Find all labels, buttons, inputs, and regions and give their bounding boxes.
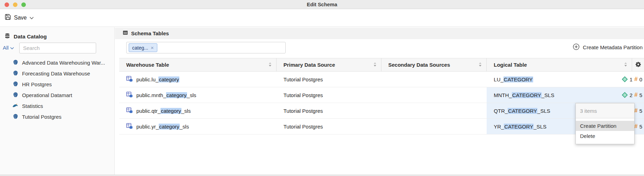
plus-circle-icon: [573, 43, 580, 51]
secondary-data-sources-cell[interactable]: [381, 103, 487, 118]
secondary-data-sources-cell[interactable]: [381, 119, 487, 134]
catalog-item[interactable]: Tutorial Postgres: [0, 111, 114, 122]
catalog-search-input[interactable]: [19, 43, 96, 53]
mysql-dolphin-icon: [12, 103, 19, 109]
search-match-highlight: category: [158, 76, 179, 82]
catalog-scope-dropdown[interactable]: All: [3, 45, 14, 51]
warehouse-table-icon: [126, 123, 133, 130]
table-row[interactable]: public.lu_category Tutorial Postgres LU_…: [119, 72, 644, 87]
column-header-settings[interactable]: [632, 58, 644, 71]
catalog-item[interactable]: Statistics: [0, 101, 114, 111]
catalog-item-label: Tutorial Postgres: [22, 114, 62, 120]
secondary-data-sources-cell[interactable]: [381, 87, 487, 103]
warehouse-table-cell[interactable]: public.mnth_category_sls: [119, 87, 277, 103]
filter-chip[interactable]: categ... ×: [129, 43, 157, 52]
warehouse-table-cell[interactable]: public.yr_category_sls: [119, 119, 277, 134]
schema-tables-header: Schema Tables: [115, 28, 644, 39]
primary-data-source-cell[interactable]: Tutorial Postgres: [277, 119, 381, 134]
context-menu-item[interactable]: Create Partition: [576, 121, 634, 131]
schema-tables-table: Warehouse Table Primary Data Source Seco…: [119, 58, 644, 134]
catalog-item-label: Statistics: [22, 103, 43, 109]
primary-data-source-cell[interactable]: Tutorial Postgres: [277, 103, 381, 118]
attribute-count: 1: [630, 76, 632, 82]
attribute-diamond-icon: [622, 92, 628, 98]
logical-table-name: QTR_CATEGORY_SLS: [494, 108, 550, 114]
metric-hash-icon: #: [634, 107, 637, 114]
search-match-highlight: category: [159, 124, 180, 130]
data-catalog-header: Data Catalog: [4, 33, 47, 41]
warehouse-table-icon: [126, 76, 133, 83]
postgres-icon: [13, 59, 19, 66]
catalog-item[interactable]: Forecasting Data Warehouse: [0, 68, 114, 79]
save-floppy-icon: [5, 14, 11, 22]
column-header-logical-table[interactable]: Logical Table: [487, 58, 632, 71]
metric-hash-icon: #: [634, 76, 637, 83]
secondary-data-sources-cell[interactable]: [381, 72, 487, 87]
chip-close-icon[interactable]: ×: [151, 45, 154, 51]
metric-hash-icon: #: [634, 91, 637, 98]
table-row[interactable]: public.yr_category_sls Tutorial Postgres…: [119, 119, 644, 134]
search-match-highlight: category: [160, 108, 181, 114]
catalog-item-label: HR Postgres: [22, 81, 52, 87]
catalog-item[interactable]: Operational Datamart: [0, 90, 114, 101]
column-header-warehouse-table[interactable]: Warehouse Table: [119, 58, 277, 71]
table-row[interactable]: public.qtr_category_sls Tutorial Postgre…: [119, 103, 644, 119]
search-match-highlight: category: [166, 92, 187, 98]
metric-count: 0: [639, 76, 642, 82]
logical-table-name: YR_CATEGORY_SLS: [494, 124, 546, 130]
metric-count: 5: [639, 92, 642, 98]
titlebar: Edit Schema: [0, 0, 644, 9]
metric-count: 5: [639, 124, 642, 130]
primary-data-source-cell[interactable]: Tutorial Postgres: [277, 72, 381, 87]
catalog-item-label: Advanced Data Warehousing War...: [22, 60, 105, 66]
context-menu-header: 3 items: [576, 103, 634, 118]
table-filter-input[interactable]: categ... ×: [126, 42, 286, 53]
window-bottom-edge: [0, 175, 644, 176]
metric-count: 5: [639, 108, 642, 114]
chevron-down-icon[interactable]: [29, 15, 34, 21]
warehouse-table-name: public.qtr_category_sls: [136, 108, 191, 114]
window-title: Edit Schema: [0, 0, 644, 9]
metric-hash-icon: #: [634, 123, 637, 130]
object-counts: 2 # 5: [622, 91, 642, 98]
context-menu-item[interactable]: Delete: [576, 131, 634, 141]
table-grid-icon: [123, 30, 128, 37]
catalog-item[interactable]: Advanced Data Warehousing War...: [0, 57, 114, 68]
data-catalog-sidebar: Data Catalog All: [0, 27, 115, 175]
column-header-primary-data-source[interactable]: Primary Data Source: [277, 58, 381, 71]
edit-schema-window: Edit Schema Save: [0, 0, 644, 176]
search-match-highlight: CATEGORY: [503, 76, 533, 82]
search-match-highlight: CATEGORY: [508, 108, 537, 114]
sort-arrows-icon[interactable]: [479, 62, 482, 68]
database-stack-icon: [4, 33, 10, 41]
context-menu: 3 items Create Partition Delete: [575, 103, 635, 144]
table-row[interactable]: public.mnth_category_sls Tutorial Postgr…: [119, 87, 644, 103]
logical-table-name: MNTH_CATEGORY_SLS: [494, 92, 554, 98]
scope-label: All: [3, 45, 9, 51]
sort-arrows-icon[interactable]: [624, 62, 627, 68]
catalog-item-label: Operational Datamart: [22, 92, 72, 98]
warehouse-table-name: public.yr_category_sls: [136, 124, 189, 130]
column-header-secondary-data-sources[interactable]: Secondary Data Sources: [381, 58, 487, 71]
catalog-item[interactable]: HR Postgres: [0, 79, 114, 90]
postgres-icon: [13, 113, 19, 120]
chevron-down-icon: [10, 45, 14, 51]
create-button-label: Create Metadata Partition: [583, 44, 643, 50]
logical-table-cell[interactable]: LU_CATEGORY 1 # 0: [487, 72, 644, 87]
create-metadata-partition-button[interactable]: Create Metadata Partition: [573, 43, 643, 51]
data-catalog-title: Data Catalog: [14, 34, 47, 40]
postgres-icon: [13, 81, 19, 88]
warehouse-table-cell[interactable]: public.lu_category: [119, 72, 277, 87]
gear-icon[interactable]: [635, 61, 641, 68]
filter-chip-label: categ...: [132, 45, 148, 51]
logical-table-cell[interactable]: MNTH_CATEGORY_SLS 2 # 5: [487, 87, 644, 103]
catalog-item-label: Forecasting Data Warehouse: [22, 71, 90, 76]
primary-data-source-cell[interactable]: Tutorial Postgres: [277, 87, 381, 103]
warehouse-table-cell[interactable]: public.qtr_category_sls: [119, 103, 277, 118]
sort-arrows-icon[interactable]: [373, 62, 377, 68]
sort-arrows-icon[interactable]: [269, 62, 272, 68]
attribute-diamond-icon: [622, 76, 628, 82]
save-button[interactable]: Save: [5, 14, 34, 22]
schema-tables-panel: Schema Tables categ... × Create Metadata…: [115, 27, 644, 175]
postgres-icon: [13, 92, 19, 99]
